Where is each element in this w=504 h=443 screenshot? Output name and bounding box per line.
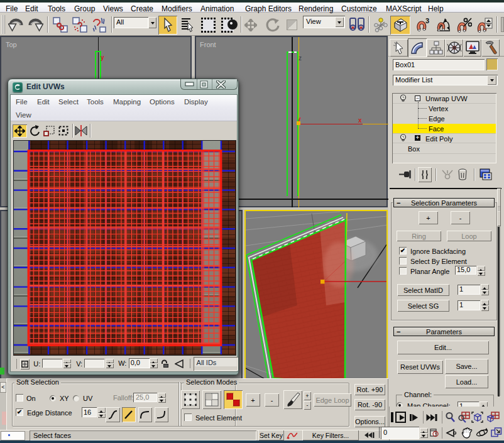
svg-text:3: 3	[425, 18, 429, 25]
